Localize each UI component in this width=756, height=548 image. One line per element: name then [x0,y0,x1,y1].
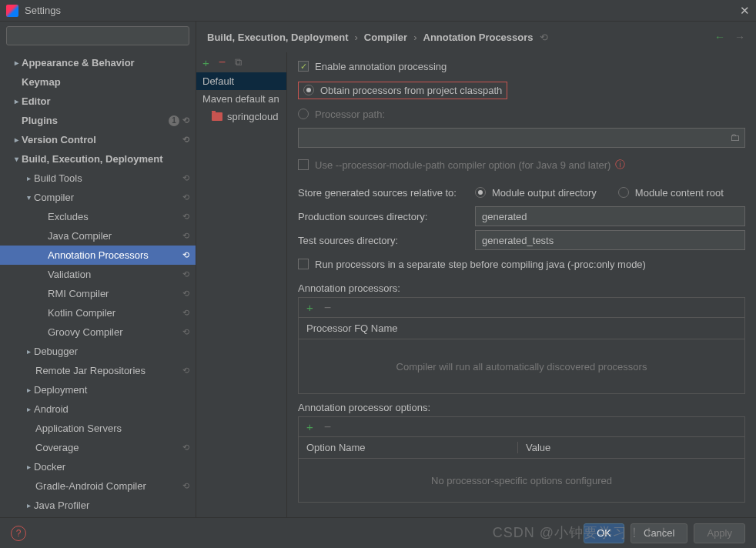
tree-excludes[interactable]: Excludes⟲ [0,207,196,226]
reset-icon: ⟲ [182,192,189,202]
tree-bed[interactable]: ▾Build, Execution, Deployment [0,149,196,169]
ann-proc-table: + − Processor FQ Name Compiler will run … [298,297,745,394]
reset-icon: ⟲ [182,231,189,241]
tree-remote-jar[interactable]: Remote Jar Repositories⟲ [0,361,196,380]
tree-version-control[interactable]: ▸Version Control⟲ [0,130,196,149]
proc-path-input[interactable]: 🗀 [298,128,745,148]
breadcrumb-p3: Annotation Processors [423,32,534,43]
tree-keymap[interactable]: Keymap [0,72,196,92]
reset-icon: ⟲ [182,366,189,376]
highlight-annotation: Obtain processors from project classpath [298,82,507,99]
reset-icon: ⟲ [182,212,189,222]
folder-icon [212,112,222,121]
enable-label: Enable annotation processing [315,61,447,72]
module-output-radio[interactable] [475,187,486,198]
tree-gradle-android[interactable]: Gradle-Android Compiler⟲ [0,476,196,496]
breadcrumb-p1[interactable]: Build, Execution, Deployment [207,32,348,43]
obtain-radio[interactable] [303,85,314,95]
reset-icon: ⟲ [182,173,189,183]
browse-icon[interactable]: 🗀 [730,132,740,143]
settings-form: Enable annotation processing Obtain proc… [287,52,756,517]
test-dir-input[interactable] [475,230,745,250]
tree-groovy[interactable]: Groovy Compiler⟲ [0,322,196,342]
breadcrumb: Build, Execution, Deployment › Compiler … [196,22,756,52]
help-icon[interactable]: ⓘ [615,158,625,172]
proc-path-label: Processor path: [315,109,385,120]
reset-icon: ⟲ [182,481,189,491]
reset-icon: ⟲ [182,443,189,453]
chevron-right-icon: › [413,32,416,43]
module-content-radio[interactable] [618,187,629,198]
store-label: Store generated sources relative to: [298,187,475,199]
profile-default[interactable]: Default [196,72,286,90]
title-bar: Settings ✕ [0,0,756,22]
reset-icon: ⟲ [182,289,189,299]
tree-deployment[interactable]: ▸Deployment [0,380,196,399]
reset-icon: ⟲ [182,135,189,145]
copy-profile-icon[interactable]: ⧉ [235,56,242,68]
fq-name-col: Processor FQ Name [306,322,737,334]
reset-icon: ⟲ [182,115,189,125]
ann-opt-table: + − Option Name Value No processor-speci… [298,416,745,503]
close-icon[interactable]: ✕ [740,4,750,18]
tree-app-servers[interactable]: Application Servers [0,419,196,438]
proc-path-radio[interactable] [298,109,309,119]
add-processor-icon[interactable]: + [306,301,313,314]
app-logo-icon [6,5,18,17]
cancel-button[interactable]: Cancel [631,523,687,543]
tree-compiler[interactable]: ▾Compiler⟲ [0,188,196,207]
tree-android[interactable]: ▸Android [0,399,196,419]
reset-icon: ⟲ [182,250,189,260]
module-path-label: Use --processor-module-path compiler opt… [315,159,610,171]
tree-appearance[interactable]: ▸Appearance & Behavior [0,53,196,72]
tree-java-compiler[interactable]: Java Compiler⟲ [0,226,196,246]
enable-checkbox[interactable] [298,61,309,72]
tree-editor[interactable]: ▸Editor [0,92,196,111]
ann-proc-empty: Compiler will run all automatically disc… [299,339,744,393]
test-dir-label: Test sources directory: [298,235,475,246]
run-separate-label: Run processors in a separate step before… [315,259,646,270]
tree-java-profiler[interactable]: ▸Java Profiler [0,496,196,515]
nav-back-icon[interactable]: ← [714,31,725,43]
reset-icon: ⟲ [182,308,189,318]
reset-icon: ⟲ [540,32,548,43]
help-button[interactable]: ? [11,526,26,541]
opt-value-col: Value [517,442,737,453]
plugins-badge: 1 [169,115,179,126]
ann-opt-label: Annotation processor options: [298,402,745,413]
profile-maven[interactable]: Maven default an [196,90,286,108]
tree-docker[interactable]: ▸Docker [0,457,196,476]
ok-button[interactable]: OK [584,523,624,543]
remove-option-icon[interactable]: − [324,420,331,434]
window-title: Settings [25,5,61,16]
profiles-panel: + − ⧉ Default Maven default an springclo… [196,52,287,517]
ann-opt-empty: No processor-specific options configured [299,459,744,502]
apply-button[interactable]: Apply [694,523,745,543]
reset-icon: ⟲ [182,327,189,337]
ann-proc-label: Annotation processors: [298,282,745,294]
tree-rmi[interactable]: RMI Compiler⟲ [0,284,196,303]
remove-processor-icon[interactable]: − [324,301,331,315]
tree-annotation-processors[interactable]: Annotation Processors⟲ [0,246,196,265]
nav-forward-icon[interactable]: → [734,31,745,43]
tree-coverage[interactable]: Coverage⟲ [0,438,196,457]
prod-dir-label: Production sources directory: [298,211,475,222]
run-separate-checkbox[interactable] [298,259,309,269]
prod-dir-input[interactable] [475,206,745,226]
profile-module[interactable]: springcloud [196,108,286,125]
search-input[interactable] [6,26,189,45]
module-path-checkbox[interactable] [298,159,309,170]
reset-icon: ⟲ [182,269,189,279]
dialog-footer: ? OK Cancel Apply [0,517,756,548]
tree-build-tools[interactable]: ▸Build Tools⟲ [0,169,196,188]
settings-sidebar: 🔍 ▸Appearance & Behavior Keymap ▸Editor … [0,22,196,517]
tree-validation[interactable]: Validation⟲ [0,265,196,284]
tree-plugins[interactable]: Plugins1⟲ [0,111,196,130]
tree-kotlin[interactable]: Kotlin Compiler⟲ [0,303,196,322]
add-profile-icon[interactable]: + [202,56,209,69]
chevron-right-icon: › [354,32,357,43]
add-option-icon[interactable]: + [306,420,313,433]
tree-debugger[interactable]: ▸Debugger [0,342,196,361]
breadcrumb-p2[interactable]: Compiler [364,32,407,43]
remove-profile-icon[interactable]: − [219,55,226,69]
